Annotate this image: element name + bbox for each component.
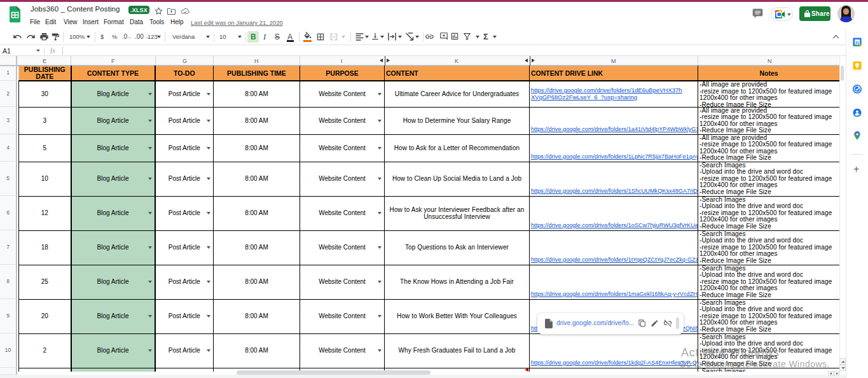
svg-text:31: 31	[855, 41, 860, 45]
